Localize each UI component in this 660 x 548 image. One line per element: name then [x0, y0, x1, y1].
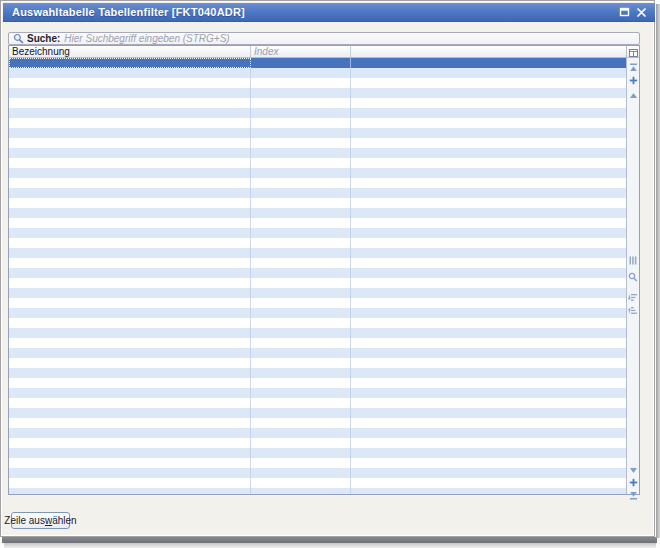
table-row[interactable]: [9, 148, 626, 158]
table-row[interactable]: [9, 278, 626, 288]
customize-columns-button[interactable]: [627, 46, 639, 58]
table-cell: [251, 268, 351, 278]
table-row[interactable]: [9, 88, 626, 98]
column-header-empty[interactable]: [351, 46, 626, 57]
table-cell: [251, 248, 351, 258]
table-row[interactable]: [9, 68, 626, 78]
search-rows-button[interactable]: [627, 271, 639, 282]
table-row[interactable]: [9, 78, 626, 88]
table-row[interactable]: [9, 458, 626, 468]
table-row[interactable]: [9, 308, 626, 318]
table-row[interactable]: [9, 358, 626, 368]
table-cell: [9, 458, 251, 468]
table-row[interactable]: [9, 318, 626, 328]
table-row[interactable]: [9, 488, 626, 494]
search-bar[interactable]: Suche:: [8, 32, 640, 45]
column-header-index[interactable]: Index: [251, 46, 351, 57]
table-row[interactable]: [9, 438, 626, 448]
table-row[interactable]: [9, 118, 626, 128]
table-row[interactable]: [9, 128, 626, 138]
table-row[interactable]: [9, 158, 626, 168]
table-row[interactable]: [9, 138, 626, 148]
navigator-plus-top-button[interactable]: [627, 74, 639, 85]
table-row[interactable]: [9, 388, 626, 398]
table-row[interactable]: [9, 268, 626, 278]
table-row[interactable]: [9, 198, 626, 208]
table-cell: [351, 98, 626, 108]
table-row[interactable]: [9, 408, 626, 418]
table-row[interactable]: [9, 368, 626, 378]
table-cell: [251, 388, 351, 398]
table-row[interactable]: [9, 98, 626, 108]
close-window-button[interactable]: [635, 6, 648, 18]
table-cell: [351, 288, 626, 298]
select-row-button[interactable]: Zeile auswählen: [11, 512, 70, 529]
table-cell: [251, 168, 351, 178]
table-row[interactable]: [9, 228, 626, 238]
table-cell: [251, 208, 351, 218]
resize-grip-icon[interactable]: [627, 255, 639, 266]
table-cell: [251, 88, 351, 98]
table-cell: [9, 378, 251, 388]
table-row[interactable]: [9, 328, 626, 338]
table-cell: [9, 328, 251, 338]
table-row[interactable]: [9, 398, 626, 408]
table-cell: [251, 378, 351, 388]
sort-descending-button[interactable]: [627, 304, 639, 315]
table-row[interactable]: [9, 468, 626, 478]
restore-window-button[interactable]: [618, 6, 631, 18]
table-cell: [9, 188, 251, 198]
table-cell: [351, 248, 626, 258]
table-cell: [351, 108, 626, 118]
table-cell: [251, 118, 351, 128]
table-cell: [351, 138, 626, 148]
table-row[interactable]: [9, 188, 626, 198]
table-row[interactable]: [9, 248, 626, 258]
table-row[interactable]: [9, 208, 626, 218]
table-cell: [351, 148, 626, 158]
table-row[interactable]: [9, 448, 626, 458]
table-row[interactable]: [9, 178, 626, 188]
table-header: Bezeichnung Index: [9, 46, 626, 58]
selection-table: Bezeichnung Index: [8, 45, 640, 495]
table-cell: [9, 298, 251, 308]
table-cell: [9, 278, 251, 288]
table-cell: [9, 268, 251, 278]
table-cell: [251, 258, 351, 268]
table-row-selected[interactable]: [9, 58, 626, 68]
table-row[interactable]: [9, 418, 626, 428]
table-cell: [251, 78, 351, 88]
table-row[interactable]: [9, 218, 626, 228]
table-cell: [9, 68, 251, 78]
table-row[interactable]: [9, 288, 626, 298]
column-header-bezeichnung[interactable]: Bezeichnung: [9, 46, 251, 57]
table-cell: [9, 418, 251, 428]
window-controls: [618, 6, 655, 18]
table-row[interactable]: [9, 108, 626, 118]
table-row[interactable]: [9, 348, 626, 358]
table-cell: [9, 78, 251, 88]
table-row[interactable]: [9, 428, 626, 438]
select-row-button-label-prefix: Zeile aus: [4, 515, 45, 526]
titlebar[interactable]: Auswahltabelle Tabellenfilter [FKT040ADR…: [3, 3, 655, 22]
table-row[interactable]: [9, 258, 626, 268]
table-cell: [9, 218, 251, 228]
table-row[interactable]: [9, 478, 626, 488]
table-cell: [251, 238, 351, 248]
scroll-to-bottom-button[interactable]: [627, 489, 639, 500]
table-row[interactable]: [9, 378, 626, 388]
table-row[interactable]: [9, 298, 626, 308]
table-cell: [251, 408, 351, 418]
search-input[interactable]: [64, 33, 635, 44]
scroll-up-button[interactable]: [627, 88, 639, 99]
table-cell: [251, 448, 351, 458]
table-row[interactable]: [9, 168, 626, 178]
table-cell: [251, 138, 351, 148]
scrollbar[interactable]: [626, 46, 639, 494]
table-cell: [351, 268, 626, 278]
table-cell: [351, 438, 626, 448]
table-row[interactable]: [9, 338, 626, 348]
table-cell: [9, 88, 251, 98]
table-row[interactable]: [9, 238, 626, 248]
screen: Auswahltabelle Tabellenfilter [FKT040ADR…: [0, 0, 660, 548]
